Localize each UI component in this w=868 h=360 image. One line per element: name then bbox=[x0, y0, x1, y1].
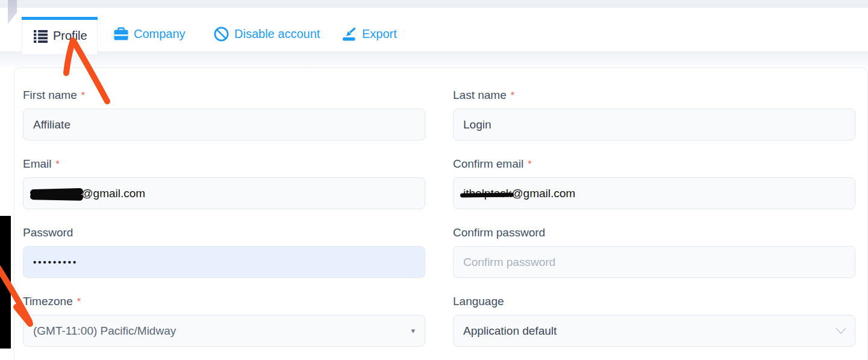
required-asterisk: * bbox=[528, 159, 531, 170]
field-group-timezone: Timezone * (GMT-11:00) Pacific/Midway ▾ bbox=[23, 295, 425, 347]
field-group-confirm-email: Confirm email * ithelptask @gmail.com bbox=[453, 157, 855, 209]
field-group-email: Email * ithelptask @gmail.com bbox=[23, 157, 425, 209]
required-asterisk: * bbox=[81, 90, 85, 101]
field-group-language: Language Application default bbox=[453, 295, 855, 347]
ban-icon bbox=[214, 27, 229, 42]
tab-company[interactable]: Company bbox=[114, 17, 186, 51]
last-name-input[interactable]: Login bbox=[453, 109, 855, 141]
tab-disable-account-label: Disable account bbox=[234, 27, 320, 41]
required-asterisk: * bbox=[77, 297, 81, 308]
tab-profile-label: Profile bbox=[53, 29, 87, 43]
confirm-email-domain: @gmail.com bbox=[511, 187, 575, 200]
last-name-value: Login bbox=[463, 118, 492, 131]
tab-export-label: Export bbox=[362, 27, 397, 41]
email-label: Email * bbox=[23, 157, 425, 171]
timezone-select[interactable]: (GMT-11:00) Pacific/Midway ▾ bbox=[23, 315, 425, 347]
language-value: Application default bbox=[463, 324, 557, 338]
export-icon bbox=[342, 27, 357, 42]
top-strip bbox=[0, 0, 868, 8]
confirm-password-input[interactable]: Confirm password bbox=[453, 246, 855, 278]
list-icon bbox=[34, 29, 48, 43]
timezone-label: Timezone * bbox=[23, 295, 425, 308]
password-masked-value: ••••••••• bbox=[33, 257, 78, 267]
first-name-label: First name * bbox=[23, 89, 425, 102]
profile-form: First name * Affiliate Last name * Login… bbox=[23, 89, 855, 347]
password-label: Password bbox=[23, 226, 425, 239]
chevron-down-icon bbox=[835, 324, 846, 338]
briefcase-icon bbox=[114, 27, 128, 42]
caret-down-icon: ▾ bbox=[411, 326, 415, 335]
first-name-value: Affiliate bbox=[33, 118, 70, 131]
tab-content-divider-band bbox=[0, 51, 868, 68]
email-domain: @gmail.com bbox=[81, 187, 145, 200]
required-asterisk: * bbox=[56, 159, 60, 170]
field-group-password: Password ••••••••• bbox=[23, 226, 425, 278]
confirm-password-placeholder: Confirm password bbox=[463, 256, 555, 269]
redaction-scribble: ithelptask bbox=[33, 187, 81, 200]
tab-export[interactable]: Export bbox=[342, 17, 397, 51]
language-select[interactable]: Application default bbox=[453, 315, 855, 347]
timezone-value: (GMT-11:00) Pacific/Midway bbox=[33, 324, 176, 338]
scrollbar-ribbon bbox=[8, 0, 17, 24]
field-group-first-name: First name * Affiliate bbox=[23, 89, 425, 141]
language-label: Language bbox=[453, 295, 855, 308]
redaction-strikethrough: ithelptask bbox=[463, 187, 511, 200]
first-name-input[interactable]: Affiliate bbox=[23, 109, 425, 141]
field-group-confirm-password: Confirm password Confirm password bbox=[453, 226, 855, 278]
confirm-password-label: Confirm password bbox=[453, 226, 855, 239]
confirm-email-input[interactable]: ithelptask @gmail.com bbox=[453, 177, 855, 209]
confirm-email-label: Confirm email * bbox=[453, 157, 855, 171]
password-input[interactable]: ••••••••• bbox=[23, 246, 425, 278]
profile-settings-screen: Profile Company Disable account bbox=[0, 0, 868, 360]
last-name-label: Last name * bbox=[453, 89, 855, 102]
required-asterisk: * bbox=[511, 90, 514, 101]
tab-profile[interactable]: Profile bbox=[22, 17, 98, 54]
tab-disable-account[interactable]: Disable account bbox=[214, 17, 320, 51]
black-redaction-bar bbox=[0, 216, 11, 349]
field-group-last-name: Last name * Login bbox=[453, 89, 855, 141]
tab-company-label: Company bbox=[134, 27, 186, 41]
email-input[interactable]: ithelptask @gmail.com bbox=[23, 177, 425, 209]
